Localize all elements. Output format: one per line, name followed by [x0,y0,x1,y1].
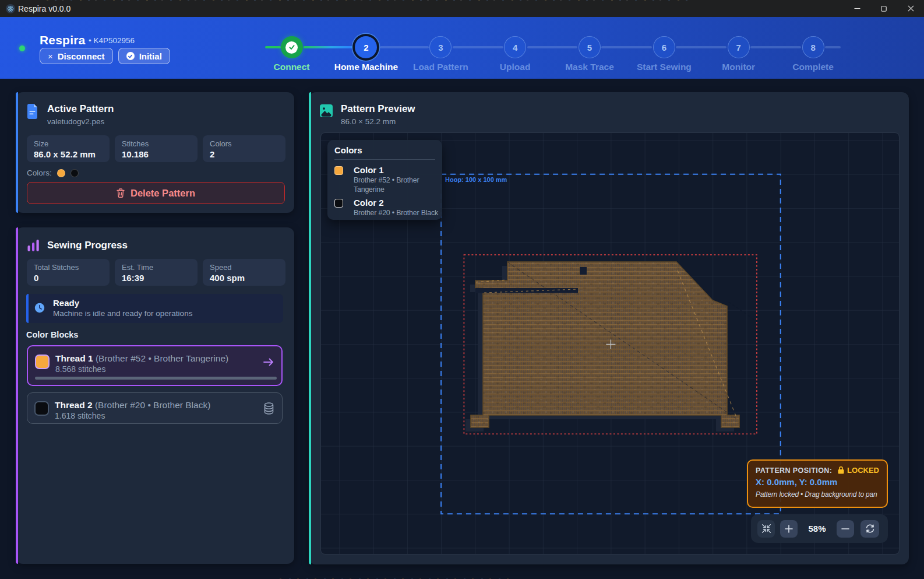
background-artifact [47,0,687,1]
app-window: Respira v0.0.0 Respira • K4P502956 × Dis… [0,0,924,579]
color-dot-orange [57,169,65,177]
image-icon [320,104,333,117]
thread-1-progress-bar [35,377,277,380]
stat-est-time: Est. Time 16:39 [115,259,198,286]
clock-icon [34,303,45,313]
app-header: Respira • K4P502956 × Disconnect Initial [0,17,924,79]
color-blocks-label: Color Blocks [26,330,78,339]
pattern-dimensions: 86.0 × 52.2 mm [341,117,396,126]
zoom-out-button[interactable] [837,520,854,538]
app-icon [6,4,15,13]
preview-canvas[interactable]: Hoop: 100 x 100 mm [320,132,900,555]
stat-stitches: Stitches 10.186 [115,135,198,162]
compress-icon [761,524,771,534]
maximize-button[interactable] [870,0,897,17]
active-pattern-title: Active Pattern [47,103,114,115]
document-icon [26,104,38,119]
window-controls [844,0,924,17]
thread-block-2[interactable]: Thread 2 (Brother #20 • Brother Black) 1… [27,392,283,424]
pattern-preview-card: Pattern Preview 86.0 × 52.2 mm [309,92,909,564]
window-title: Respira v0.0.0 [18,4,70,13]
reset-view-button[interactable] [860,520,879,538]
zoom-in-button[interactable] [780,520,798,538]
locked-badge: LOCKED [847,466,879,475]
minimize-button[interactable] [844,0,870,17]
step-complete[interactable]: 8 Complete [776,17,851,79]
color-dot-black [70,169,79,177]
pattern-preview-title: Pattern Preview [341,103,415,115]
legend-swatch-2 [334,199,343,208]
thread-1-swatch [35,355,50,369]
pattern-stats-row: Size 86.0 x 52.2 mm Stitches 10.186 Colo… [27,135,285,162]
thread-1-label: Thread 1 (Brother #52 • Brother Tangerin… [55,353,228,364]
delete-pattern-button[interactable]: Delete Pattern [27,182,285,204]
workflow-stepper: Connect 2 Home Machine 3 Load Pattern 4 … [0,17,924,79]
zoom-controls: 58% [751,514,888,543]
lock-icon [838,466,844,474]
sewing-progress-title: Sewing Progress [47,240,128,251]
card-accent-stripe [16,92,18,213]
zoom-level: 58% [798,524,837,534]
stat-total-stitches: Total Stitches 0 [27,259,110,286]
pattern-coordinates: X: 0.0mm, Y: 0.0mm [756,477,879,487]
sewing-stats-row: Total Stitches 0 Est. Time 16:39 Speed 4… [27,259,285,286]
close-button[interactable] [897,0,924,17]
plus-icon [785,525,793,533]
stat-speed: Speed 400 spm [203,259,285,286]
active-pattern-card: Active Pattern valetudogv2.pes Size 86.0… [16,92,294,213]
arrow-right-icon [263,358,274,366]
colors-legend-panel: Colors Color 1 Brother #52 • Brother Tan… [327,140,442,220]
thread-block-1[interactable]: Thread 1 (Brother #52 • Brother Tangerin… [27,345,283,386]
pattern-fill-noise [471,262,739,427]
pattern-colors-row: Colors: [27,169,79,177]
stat-size: Size 86.0 x 52.2 mm [27,135,110,162]
refresh-icon [865,524,875,534]
database-icon [264,402,274,415]
pattern-position-label: PATTERN POSITION: [756,466,832,475]
thread-2-label: Thread 2 (Brother #20 • Brother Black) [55,400,210,410]
divider [334,159,435,160]
sewing-progress-card: Sewing Progress Total Stitches 0 Est. Ti… [16,227,294,564]
step-connect-circle [281,36,303,58]
legend-swatch-1 [334,166,343,175]
card-accent-stripe [16,227,18,564]
legend-color-1: Color 1 Brother #52 • Brother Tangerine [334,165,435,198]
locked-indicator: LOCKED [838,466,879,475]
hoop-label: Hoop: 100 x 100 mm [445,176,507,183]
fit-to-screen-button[interactable] [757,520,775,538]
colors-legend-title: Colors [334,145,435,155]
minus-icon [841,525,849,533]
machine-status-box: Ready Machine is idle and ready for oper… [26,294,283,323]
pattern-notch [580,267,587,275]
bar-chart-icon [27,240,40,251]
status-title: Ready [53,298,79,308]
trash-icon [117,188,125,198]
card-accent-stripe [309,92,311,564]
window-titlebar: Respira v0.0.0 [0,0,924,17]
status-description: Machine is idle and ready for operations [53,309,192,318]
thread-2-swatch [34,401,49,416]
step-home-machine-circle: 2 [355,36,377,58]
step-done-check-icon [285,41,298,54]
pattern-position-box: PATTERN POSITION: LOCKED X: 0.0mm, Y: 0.… [747,459,888,508]
pattern-filename: valetudogv2.pes [47,117,104,126]
stat-colors: Colors 2 [203,135,285,162]
legend-color-2: Color 2 Brother #20 • Brother Black [334,198,435,222]
status-accent-stripe [26,294,29,323]
pattern-position-row: PATTERN POSITION: LOCKED [756,466,879,475]
pattern-lock-hint: Pattern locked • Drag background to pan [756,490,879,499]
